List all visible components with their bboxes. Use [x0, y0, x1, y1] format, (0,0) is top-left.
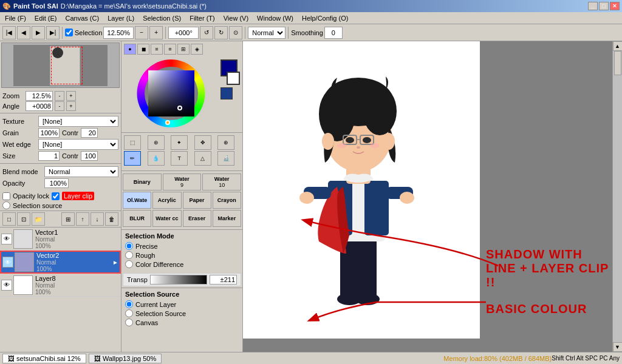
layer-item[interactable]: 👁 Vector1 Normal 100% — [0, 228, 121, 251]
new-folder-button[interactable]: 📁 — [32, 212, 45, 226]
menu-help[interactable]: Help/Config (O) — [298, 14, 352, 22]
color-list-mode-button[interactable]: ≡ — [151, 44, 163, 55]
nav-first-button[interactable]: |◀ — [2, 26, 16, 39]
canvas-radio[interactable] — [125, 318, 133, 326]
menu-layer[interactable]: Layer (L) — [104, 14, 138, 22]
zoom-input[interactable]: 12.50% — [103, 27, 134, 39]
size-value[interactable]: 1 — [38, 151, 60, 161]
selection-toggle[interactable]: Selection — [65, 29, 102, 36]
status-tab-sai[interactable]: 🖼 setsunaChibi.sai 12% — [2, 354, 86, 363]
menu-filter[interactable]: Filter (T) — [186, 14, 219, 22]
menu-selection[interactable]: Selection (S) — [139, 14, 185, 22]
color-grid-mode-button[interactable]: ⊞ — [177, 44, 190, 55]
color-swatch-mode-button[interactable]: ◼ — [137, 44, 149, 55]
menu-view[interactable]: View (V) — [220, 14, 252, 22]
move-tool-button[interactable]: ✥ — [194, 135, 211, 150]
layer-visibility-toggle[interactable]: 👁 — [1, 234, 12, 244]
angle-input[interactable]: +000° — [168, 27, 199, 39]
canvas-area[interactable]: SHADOW WITH LINE + LAYER CLIP !! BASIC C… — [243, 41, 612, 352]
opacity-lock-checkbox[interactable] — [2, 192, 10, 200]
rough-radio[interactable] — [125, 251, 133, 259]
text-tool-button[interactable]: T — [171, 151, 188, 166]
layer-item[interactable]: 👁 Vector2 Normal 100% ► — [0, 251, 121, 274]
eraser-brush-button[interactable]: Eraser — [183, 210, 211, 227]
water-brush-button[interactable]: Water 9 — [163, 174, 202, 190]
rough-option[interactable]: Rough — [125, 251, 239, 259]
smoothing-input[interactable]: 0 — [324, 27, 343, 39]
background-color[interactable] — [227, 72, 240, 85]
canvas-thumbnail[interactable] — [1, 42, 120, 88]
selection-source-option[interactable]: Selection Source — [125, 309, 239, 317]
binary-brush-button[interactable]: Binary — [123, 174, 162, 190]
layer-down-button[interactable]: ↓ — [91, 212, 104, 226]
oil-water-brush-button[interactable]: Ol.Wate — [123, 192, 151, 209]
layer-clip-checkbox[interactable] — [52, 192, 60, 200]
color-diff-option[interactable]: Color Difference — [125, 260, 239, 268]
blur-brush-button[interactable]: BLUR — [123, 210, 151, 227]
new-raster-layer-button[interactable]: □ — [2, 212, 16, 226]
shape-tool-button[interactable]: △ — [194, 151, 211, 166]
layer-item[interactable]: 👁 Layer8 Normal 100% — [0, 274, 121, 297]
menu-canvas[interactable]: Canvas (C) — [62, 14, 103, 22]
menu-file[interactable]: File (F) — [1, 14, 30, 22]
marker-brush-button[interactable]: Marker — [213, 210, 241, 227]
scroll-track[interactable] — [613, 51, 622, 342]
lasso-tool-button[interactable]: ⊛ — [148, 135, 165, 150]
scroll-thumb[interactable] — [614, 51, 621, 75]
current-layer-option[interactable]: Current Layer — [125, 300, 239, 308]
reset-button[interactable]: ⊙ — [229, 26, 242, 39]
nav-last-button[interactable]: ▶| — [46, 26, 60, 39]
eyedropper-button[interactable]: 🔬 — [217, 151, 234, 166]
zoom-minus-btn[interactable]: - — [55, 91, 64, 101]
acrylic-brush-button[interactable]: Acrylic — [152, 192, 181, 209]
crayon-brush-button[interactable]: Crayon — [213, 192, 241, 209]
select-tool-button[interactable]: ⬚ — [124, 135, 141, 150]
current-layer-radio[interactable] — [125, 300, 133, 308]
maximize-button[interactable]: □ — [599, 2, 609, 10]
texture-select[interactable]: [None] — [38, 116, 118, 127]
zoom-dec-button[interactable]: − — [135, 26, 148, 39]
zoom-value[interactable]: 12.5% — [26, 91, 53, 101]
opacity-value[interactable]: 100% — [44, 178, 69, 188]
layer-up-button[interactable]: ↑ — [76, 212, 89, 226]
color-custom-mode-button[interactable]: ◈ — [191, 44, 203, 55]
scroll-down-button[interactable]: ▼ — [613, 342, 623, 352]
nav-next-button[interactable]: ▶ — [32, 26, 45, 39]
fill-tool-button[interactable]: 💧 — [148, 151, 165, 166]
canvas-option[interactable]: Canvas — [125, 318, 239, 326]
wetedge-select[interactable]: [None] — [38, 139, 118, 150]
color-wheel-container[interactable] — [135, 57, 208, 130]
brush-tool-button[interactable]: ✏ — [124, 151, 141, 166]
color-wheel-mode-button[interactable]: ● — [124, 44, 136, 55]
color-list2-mode-button[interactable]: ≡ — [164, 44, 176, 55]
grain-value[interactable]: 100% — [38, 128, 60, 138]
blend-mode-select[interactable]: Normal — [248, 27, 285, 39]
precise-radio[interactable] — [125, 242, 133, 250]
rotate-cw-button[interactable]: ↻ — [214, 26, 228, 39]
merge-down-button[interactable]: ⊞ — [61, 212, 75, 226]
close-button[interactable]: ✕ — [610, 2, 620, 10]
contr-value[interactable]: 20 — [81, 128, 98, 138]
scroll-up-button[interactable]: ▲ — [613, 41, 623, 51]
watercolor-brush-button[interactable]: Water cc — [152, 210, 181, 227]
magic-wand-button[interactable]: ✦ — [171, 135, 188, 150]
precise-option[interactable]: Precise — [125, 242, 239, 250]
angle-plus-btn[interactable]: + — [66, 101, 76, 111]
layer-visibility-toggle[interactable]: 👁 — [1, 280, 12, 291]
zoom-plus-btn[interactable]: + — [66, 91, 76, 101]
layer-visibility-toggle[interactable]: 👁 — [2, 257, 13, 268]
status-tab-wallpp[interactable]: 🖼 Wallpp13.jpg 50% — [89, 354, 162, 363]
paper-brush-button[interactable]: Paper — [183, 192, 211, 209]
angle-minus-btn[interactable]: - — [55, 101, 64, 111]
selection-checkbox[interactable] — [65, 29, 73, 36]
menu-edit[interactable]: Edit (E) — [31, 14, 61, 22]
color-diff-radio[interactable] — [125, 260, 133, 268]
size-contr-value[interactable]: 100 — [81, 151, 98, 161]
minimize-button[interactable]: _ — [588, 2, 598, 10]
drawing-canvas[interactable] — [243, 41, 480, 339]
selection-source-radio2[interactable] — [125, 309, 133, 317]
zoom-tool-button[interactable]: ⊕ — [217, 135, 234, 150]
selection-source-radio[interactable] — [2, 201, 10, 209]
water2-brush-button[interactable]: Water 10 — [202, 174, 241, 190]
menu-window[interactable]: Window (W) — [253, 14, 297, 22]
